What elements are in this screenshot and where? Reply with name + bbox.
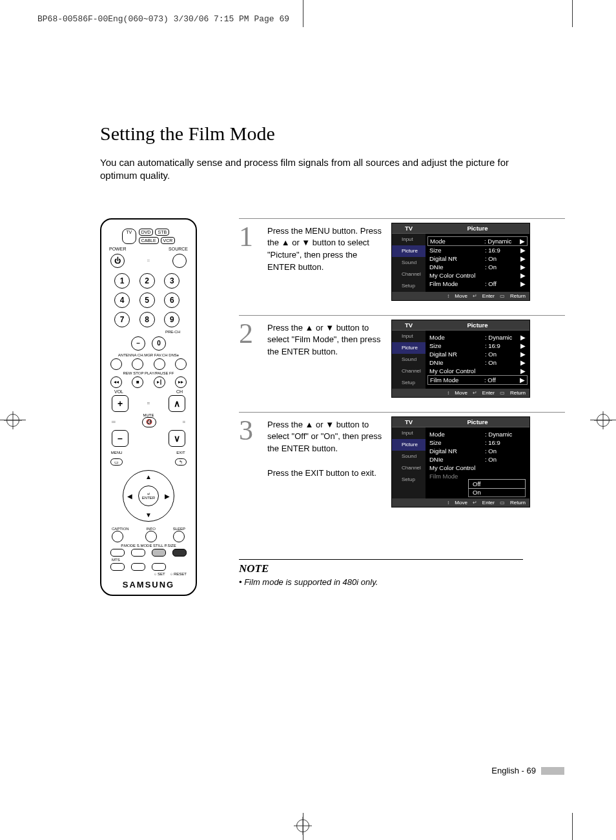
osd-sidebar-label: Input xyxy=(402,236,413,242)
osd-row: Size: 16:9 xyxy=(429,438,526,447)
osd-sidebar-icon xyxy=(394,345,400,351)
note-title: NOTE xyxy=(239,559,523,575)
sleep-button xyxy=(173,531,185,542)
osd-row-key: My Color Control xyxy=(429,367,485,374)
osd-footer: ↕Move↵Enter▭Return xyxy=(392,292,529,300)
osd-row-key: DNIe xyxy=(429,263,485,271)
osd-sidebar-item: Channel xyxy=(392,365,426,377)
osd-sidebar-label: Setup xyxy=(402,380,415,385)
osd-row-key: Digital NR xyxy=(429,255,485,262)
page-title: Setting the Film Mode xyxy=(100,123,565,145)
intro-text: You can automatically sense and process … xyxy=(100,156,539,183)
osd-footer-label: Return xyxy=(510,500,526,506)
osd-sidebar-icon xyxy=(394,465,400,471)
osd-sidebar-label: Channel xyxy=(402,368,421,374)
osd-row-value: : 16:9 xyxy=(485,439,520,446)
brand-label: SAMSUNG xyxy=(105,580,192,589)
note-item: • Film mode is supported in 480i only. xyxy=(239,577,565,587)
osd-sidebar-icon xyxy=(394,271,400,278)
menu-button-icon: ▭ xyxy=(110,458,123,466)
osd-row-key: Mode xyxy=(430,238,484,245)
caption-button xyxy=(112,531,123,542)
exit-button-icon: ↰ xyxy=(175,458,187,466)
step-text: Press the ▲ or ▼ button to select "Film … xyxy=(267,320,384,398)
page-footer: English - 69 xyxy=(491,766,564,775)
osd-row-value: : 16:9 xyxy=(485,342,520,349)
osd-sidebar-label: Input xyxy=(402,333,413,339)
osd-title: Picture xyxy=(426,417,529,427)
osd-row: My Color Control xyxy=(429,464,526,472)
osd-row-key: Size xyxy=(429,247,485,254)
footer-text: English - 69 xyxy=(491,766,536,775)
dpad-up-icon: ▲ xyxy=(145,473,152,480)
osd-row-value: : Off xyxy=(485,280,520,287)
menu-label: MENU xyxy=(110,451,123,455)
chevron-right-icon: ▶ xyxy=(520,376,525,384)
osd-submenu-item: On xyxy=(469,488,525,497)
chevron-right-icon: ▶ xyxy=(520,238,525,245)
num-2: 2 xyxy=(139,273,155,289)
osd-main: Mode: DynamicSize: 16:9Digital NR: OnDNI… xyxy=(426,427,529,498)
step-number: 1 xyxy=(239,223,260,301)
osd-row: Film Mode: Off▶ xyxy=(429,280,526,288)
step-text: Press the MENU button. Press the ▲ or ▼ … xyxy=(267,223,384,301)
osd-sidebar-item: Input xyxy=(392,234,426,245)
note-block: NOTE• Film mode is supported in 480i onl… xyxy=(239,559,565,587)
indicator-dots-3: ∶∶∶ xyxy=(112,420,116,425)
osd-sidebar: InputPictureSoundChannelSetup xyxy=(392,331,426,389)
osd-row-key: Mode xyxy=(429,334,485,341)
osd-sidebar-icon xyxy=(394,356,400,363)
osd-footer-label: Move xyxy=(455,500,467,506)
osd-footer-icon: ▭ xyxy=(500,293,505,299)
osd-screenshot: TVPictureInputPictureSoundChannelSetupMo… xyxy=(391,416,530,507)
osd-footer: ↕Move↵Enter▭Return xyxy=(392,389,529,397)
power-icon: ⏻ xyxy=(110,254,125,268)
osd-footer-label: Move xyxy=(455,293,467,299)
num-8: 8 xyxy=(139,312,155,327)
smode-button xyxy=(131,549,145,557)
osd-footer-icon: ↕ xyxy=(447,390,449,396)
device-cable: CABLE xyxy=(139,237,159,244)
num-1: 1 xyxy=(114,273,130,289)
ch-up-icon: ∧ xyxy=(169,395,185,412)
osd-row-value: : Dynamic xyxy=(485,334,520,341)
ch-down-icon: ∨ xyxy=(169,430,185,447)
osd-footer: ↕Move↵Enter▭Return xyxy=(392,498,529,507)
osd-title: Picture xyxy=(426,223,529,234)
osd-submenu: OffOn xyxy=(468,479,526,497)
osd-row-key: Mode xyxy=(429,431,485,438)
osd-sidebar: InputPictureSoundChannelSetup xyxy=(392,427,426,498)
osd-sidebar-item: Sound xyxy=(392,354,426,365)
chevron-right-icon: ▶ xyxy=(520,367,526,374)
antenna-button xyxy=(110,358,122,370)
osd-row: My Color Control▶ xyxy=(429,271,526,280)
osd-screenshot: TVPictureInputPictureSoundChannelSetupMo… xyxy=(391,223,530,301)
osd-row-key: Film Mode xyxy=(429,473,485,480)
osd-sidebar-label: Setup xyxy=(402,283,415,289)
play-pause-icon: ▸∥ xyxy=(154,376,165,388)
rew-icon: ◂◂ xyxy=(110,376,122,388)
osd-row-key: Size xyxy=(429,342,485,349)
osd-tv-label: TV xyxy=(392,320,426,331)
chevron-right-icon: ▶ xyxy=(520,255,526,262)
osd-footer-icon: ▭ xyxy=(500,390,505,396)
osd-sidebar-label: Input xyxy=(402,430,413,436)
num-4: 4 xyxy=(114,292,130,308)
osd-sidebar-label: Picture xyxy=(402,248,418,254)
num-6: 6 xyxy=(164,292,180,308)
step-1: 1Press the MENU button. Press the ▲ or ▼… xyxy=(239,218,565,312)
chevron-right-icon: ▶ xyxy=(520,342,526,349)
osd-row: Digital NR: On xyxy=(429,447,526,455)
page-content: Setting the Film Mode You can automatica… xyxy=(100,123,565,596)
osd-sidebar-label: Picture xyxy=(402,442,418,447)
extra-button-2 xyxy=(152,563,166,571)
power-label: POWER xyxy=(109,247,126,251)
dpad-right-icon: ▶ xyxy=(165,492,170,499)
osd-row-key: Size xyxy=(429,439,485,446)
steps-column: 1Press the MENU button. Press the ▲ or ▼… xyxy=(239,218,565,596)
osd-sidebar-item: Picture xyxy=(392,439,426,451)
remote-illustration: TV DVD STB CABLE VCR POWER SOURC xyxy=(100,218,197,596)
indicator-dots: ∶∶ xyxy=(147,258,150,263)
ch-label: CH xyxy=(176,389,183,394)
indicator-dots-2: ∶∶ xyxy=(147,401,150,406)
